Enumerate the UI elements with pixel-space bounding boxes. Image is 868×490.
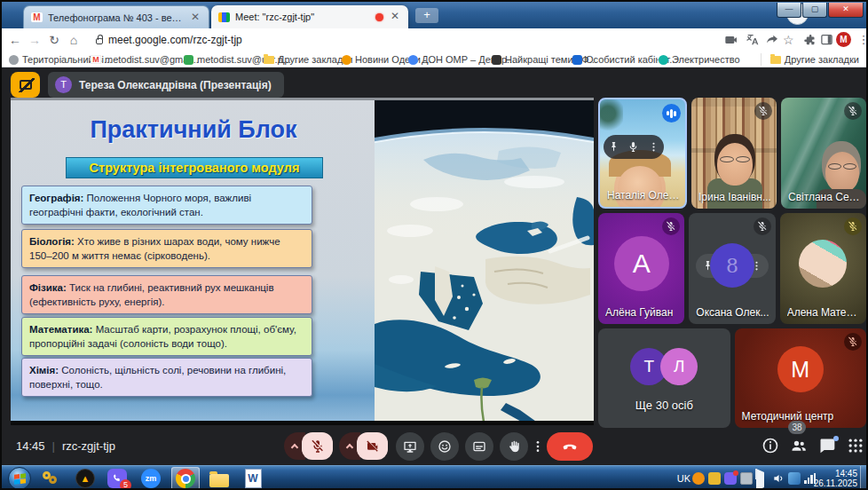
action-center-flag-icon[interactable] xyxy=(756,472,769,485)
viber-icon: 5 xyxy=(107,469,127,488)
shared-presentation-slide[interactable]: Практичний Блок Структура інтегрованого … xyxy=(11,98,594,425)
folder-icon xyxy=(264,56,274,64)
participant-count-badge: 38 xyxy=(788,421,806,434)
clock-date: 26.11.2025 xyxy=(804,478,857,488)
share-icon[interactable] xyxy=(765,33,781,47)
mic-off-icon xyxy=(754,102,772,120)
taskbar-aimp-app[interactable]: ▲ xyxy=(75,468,96,489)
tray-app-icon[interactable] xyxy=(692,472,705,485)
teal-site-icon xyxy=(659,55,668,65)
translate-icon[interactable] xyxy=(746,33,761,47)
more-participants-tile[interactable]: Т Л Ще 30 осіб xyxy=(598,328,730,428)
end-call-button[interactable] xyxy=(547,432,593,461)
tray-viber-icon[interactable] xyxy=(724,472,737,485)
tab-telephonogram[interactable]: M Телефонограма № 403 - вебіна ✕ xyxy=(23,5,209,28)
participant-face xyxy=(717,143,753,186)
meet-favicon-icon xyxy=(218,12,230,22)
present-to-all-icon xyxy=(403,439,417,454)
kebab-icon xyxy=(531,439,545,454)
meeting-details-button[interactable] xyxy=(761,437,781,456)
other-bookmarks-folder[interactable]: Другие закладки xyxy=(761,53,859,66)
tray-clipboard-icon[interactable] xyxy=(740,472,753,485)
back-icon[interactable]: ← xyxy=(7,32,23,48)
home-icon[interactable]: ⌂ xyxy=(66,32,82,48)
participant-name: Ірина Іванівн... xyxy=(698,191,771,203)
participant-avatar: А xyxy=(614,236,669,291)
participant-tile[interactable]: 8 Оксана Олек... xyxy=(689,213,775,324)
presentation-warning-button[interactable] xyxy=(11,72,40,98)
address-bar[interactable]: meet.google.com/rzc-zgjt-tjp xyxy=(87,31,714,49)
forward-icon[interactable]: → xyxy=(27,32,43,48)
volume-icon[interactable] xyxy=(772,472,785,485)
mic-off-icon xyxy=(311,439,325,454)
mic-control xyxy=(284,432,333,460)
phone-down-icon xyxy=(562,439,578,454)
bookmark-star-icon[interactable]: ☆ xyxy=(783,33,799,47)
more-options-icon[interactable] xyxy=(648,141,659,153)
taskbar-viber-app[interactable]: 5 xyxy=(107,468,128,489)
keys-icon xyxy=(43,470,60,487)
extensions-puzzle-icon[interactable] xyxy=(803,33,819,47)
participant-tile[interactable]: М Методичний центр xyxy=(735,328,867,428)
maximize-button[interactable]: ▢ xyxy=(802,3,827,18)
reload-icon[interactable]: ↻ xyxy=(46,32,62,48)
taskbar-clock[interactable]: 14:45 26.11.2025 xyxy=(804,469,857,488)
participant-tile[interactable]: Ірина Іванівн... xyxy=(691,98,777,209)
tab-close-icon[interactable]: ✕ xyxy=(189,12,201,24)
browser-menu-icon[interactable]: ⋮ xyxy=(856,33,868,47)
side-panel-icon[interactable] xyxy=(820,33,836,47)
tile-hover-controls xyxy=(604,135,664,159)
participant-tile[interactable]: А Алёна Гуйван xyxy=(598,213,684,324)
participant-tile[interactable]: Алена Матер... xyxy=(780,213,866,324)
participant-tile[interactable]: Світлана Сер... xyxy=(781,98,866,209)
taskbar-zoom-app[interactable]: zm xyxy=(140,468,162,489)
url-text[interactable]: meet.google.com/rzc-zgjt-tjp xyxy=(108,34,242,46)
start-button[interactable] xyxy=(8,467,31,490)
participant-name: Світлана Сер... xyxy=(788,191,861,203)
people-panel-button[interactable] xyxy=(790,437,809,456)
clock-time: 14:45 xyxy=(804,469,857,478)
show-desktop-button[interactable] xyxy=(860,466,866,490)
tray-keys-icon[interactable] xyxy=(708,472,721,485)
camera-control xyxy=(339,432,388,460)
activities-button[interactable] xyxy=(847,437,866,456)
taskbar-keys-app[interactable] xyxy=(41,468,62,489)
tray-display-icon[interactable] xyxy=(788,472,801,485)
taskbar-word-app[interactable]: W xyxy=(242,468,264,489)
folder-icon xyxy=(209,474,229,487)
presenter-avatar: T xyxy=(55,76,72,93)
tab-meet[interactable]: Meet: "rzc-zgjt-tjp" ✕ xyxy=(211,5,408,28)
camera-off-button[interactable] xyxy=(357,432,388,460)
profile-avatar[interactable]: M xyxy=(836,32,851,47)
chevron-up-icon xyxy=(346,443,353,450)
present-screen-button[interactable] xyxy=(396,432,424,461)
participant-tile[interactable]: Наталія Олек... xyxy=(598,98,687,209)
taskbar-chrome-app[interactable] xyxy=(175,468,196,489)
palm-decoration xyxy=(598,98,623,133)
presentation-off-icon xyxy=(20,80,32,90)
new-tab-button[interactable]: + xyxy=(415,8,438,23)
meeting-info: 14:45|rzc-zgjt-tjp xyxy=(16,439,115,453)
minimize-button[interactable]: — xyxy=(777,3,801,18)
more-options-button[interactable] xyxy=(529,432,547,461)
slide-subtitle: Структура інтегрованого модуля xyxy=(66,157,323,178)
captions-button[interactable] xyxy=(465,432,493,461)
presenter-banner[interactable]: T Тереза Олександрівна (Презентація) xyxy=(48,72,284,98)
pin-icon[interactable] xyxy=(608,141,619,153)
raise-hand-button[interactable] xyxy=(500,432,528,461)
raise-hand-icon xyxy=(507,439,521,454)
mic-mute-button[interactable] xyxy=(302,432,333,460)
bookmark-item[interactable]: Электричество xyxy=(659,53,740,66)
mic-icon[interactable] xyxy=(627,141,639,153)
participant-face xyxy=(618,166,662,209)
lock-icon xyxy=(96,38,103,44)
close-window-button[interactable]: ✕ xyxy=(828,3,864,18)
reactions-button[interactable] xyxy=(430,432,459,461)
bookmark-folder[interactable]: Другие закладки xyxy=(264,53,352,66)
bookmark-item[interactable]: Mmetodist.suv@gmai... xyxy=(91,53,199,66)
tab-close-icon[interactable]: ✕ xyxy=(389,11,401,23)
taskbar-explorer-app[interactable] xyxy=(209,468,230,489)
language-indicator[interactable]: UK xyxy=(677,473,690,484)
camera-in-use-icon[interactable] xyxy=(724,33,740,47)
chat-panel-button[interactable] xyxy=(818,437,838,456)
